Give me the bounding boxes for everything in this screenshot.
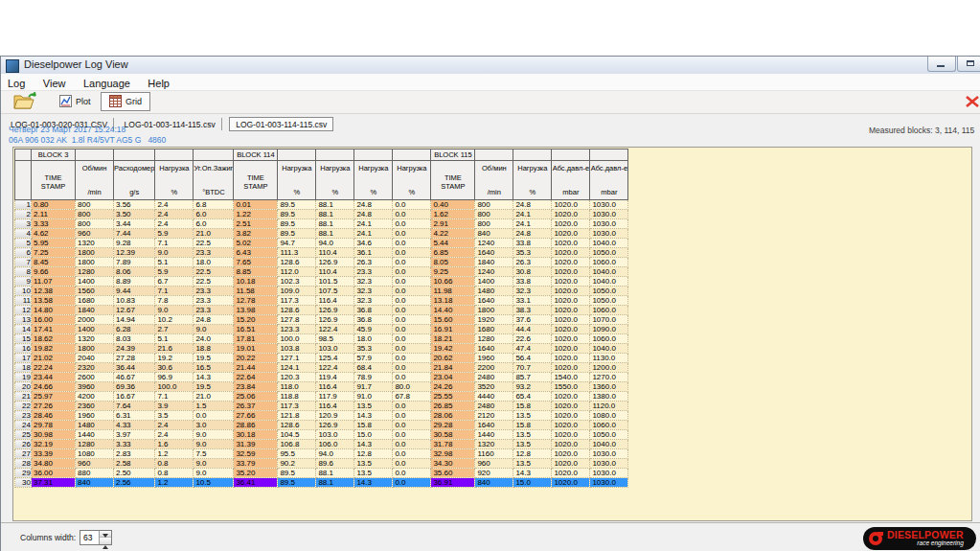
data-cell[interactable]: 1840 <box>76 306 114 315</box>
data-cell[interactable]: 89.5 <box>278 469 316 478</box>
data-cell[interactable]: 33.79 <box>234 459 278 469</box>
data-cell[interactable]: 128.6 <box>278 306 316 315</box>
data-cell[interactable]: 2.4 <box>155 200 194 210</box>
data-cell[interactable]: 800 <box>76 200 114 210</box>
data-cell[interactable]: 2000 <box>76 315 114 325</box>
data-cell[interactable]: 94.0 <box>316 449 354 459</box>
data-cell[interactable]: 15.60 <box>431 315 475 325</box>
data-cell[interactable]: 30.18 <box>234 430 278 440</box>
data-cell[interactable]: 0.8 <box>155 469 194 478</box>
data-cell[interactable]: 1020.0 <box>552 210 590 219</box>
data-cell[interactable]: 89.5 <box>278 478 316 488</box>
data-cell[interactable]: 0.40 <box>431 200 475 210</box>
data-cell[interactable]: 34.6 <box>354 239 393 248</box>
data-cell[interactable]: 14.94 <box>114 315 155 325</box>
data-cell[interactable]: 1160 <box>475 449 513 459</box>
data-cell[interactable]: 1540.0 <box>552 373 590 382</box>
data-cell[interactable]: 88.1 <box>316 229 354 239</box>
title-bar[interactable]: Dieselpower Log View <box>1 57 980 75</box>
row-number-cell[interactable]: 4 <box>15 229 32 239</box>
data-cell[interactable]: 1070.0 <box>590 315 628 325</box>
data-cell[interactable]: 32.59 <box>234 449 278 459</box>
data-cell[interactable]: 9.0 <box>194 459 234 469</box>
row-number-cell[interactable]: 5 <box>15 239 32 248</box>
data-cell[interactable]: 23.3 <box>194 296 234 306</box>
data-cell[interactable]: 89.5 <box>278 229 316 239</box>
menu-item-view[interactable]: View <box>36 77 73 89</box>
data-cell[interactable]: 1960 <box>76 411 114 421</box>
data-cell[interactable]: 33.1 <box>513 296 552 306</box>
data-cell[interactable]: 2600 <box>76 373 114 382</box>
data-cell[interactable]: 3.82 <box>234 229 278 239</box>
data-cell[interactable]: 14.3 <box>354 478 393 488</box>
data-cell[interactable]: 1090.0 <box>590 325 628 334</box>
data-cell[interactable]: 7.1 <box>155 287 194 296</box>
data-cell[interactable]: 1020.0 <box>552 315 590 325</box>
data-cell[interactable]: 16.5 <box>194 363 234 373</box>
data-cell[interactable]: 24.8 <box>354 200 393 210</box>
row-number-cell[interactable]: 21 <box>15 392 32 402</box>
data-cell[interactable]: 120.9 <box>316 411 354 421</box>
data-cell[interactable]: 70.7 <box>513 363 552 373</box>
data-cell[interactable]: 28.46 <box>32 411 76 421</box>
data-cell[interactable]: 1020.0 <box>552 248 590 258</box>
data-cell[interactable]: 26.3 <box>354 258 393 267</box>
data-cell[interactable]: 1050.0 <box>590 296 628 306</box>
data-cell[interactable]: 11.07 <box>32 277 76 287</box>
data-cell[interactable]: 0.01 <box>234 200 278 210</box>
data-cell[interactable]: 69.36 <box>114 382 155 392</box>
data-cell[interactable]: 5.95 <box>32 239 76 248</box>
data-cell[interactable]: 1040.0 <box>590 277 628 287</box>
data-cell[interactable]: 127.1 <box>278 354 316 363</box>
data-cell[interactable]: 15.8 <box>513 402 552 411</box>
data-cell[interactable]: 24.8 <box>194 315 234 325</box>
data-cell[interactable]: 88.1 <box>316 219 354 229</box>
data-cell[interactable]: 1380.0 <box>590 392 628 402</box>
data-cell[interactable]: 106.0 <box>316 440 354 449</box>
data-cell[interactable]: 18.62 <box>32 334 76 344</box>
data-cell[interactable]: 80.0 <box>393 382 431 392</box>
data-cell[interactable]: 960 <box>76 229 114 239</box>
data-cell[interactable]: 21.0 <box>194 229 234 239</box>
data-cell[interactable]: 34.80 <box>32 459 76 469</box>
data-cell[interactable]: 1020.0 <box>552 277 590 287</box>
data-cell[interactable]: 12.8 <box>513 449 552 459</box>
data-cell[interactable]: 1560 <box>76 287 114 296</box>
data-cell[interactable]: 1020.0 <box>552 440 590 449</box>
data-cell[interactable]: 46.67 <box>114 373 155 382</box>
data-cell[interactable]: 8.85 <box>234 267 278 277</box>
row-number-cell[interactable]: 17 <box>15 354 32 363</box>
data-cell[interactable]: 1.2 <box>155 449 194 459</box>
row-number-cell[interactable]: 15 <box>15 334 32 344</box>
data-cell[interactable]: 26.37 <box>234 402 278 411</box>
row-number-cell[interactable]: 9 <box>15 277 32 287</box>
data-cell[interactable]: 1800 <box>76 248 114 258</box>
data-cell[interactable]: 7.25 <box>32 248 76 258</box>
row-number-cell[interactable]: 19 <box>15 373 32 382</box>
data-cell[interactable]: 24.39 <box>114 344 155 354</box>
data-cell[interactable]: 78.9 <box>354 373 393 382</box>
data-cell[interactable]: 13.18 <box>431 296 475 306</box>
data-cell[interactable]: 1800 <box>475 306 513 315</box>
data-cell[interactable]: 10.2 <box>155 315 194 325</box>
data-cell[interactable]: 110.4 <box>316 248 354 258</box>
data-cell[interactable]: 20.62 <box>431 354 475 363</box>
data-cell[interactable]: 800 <box>475 219 513 229</box>
data-cell[interactable]: 840 <box>475 478 513 488</box>
data-cell[interactable]: 0.0 <box>393 373 431 382</box>
data-cell[interactable]: 109.0 <box>278 287 316 296</box>
data-cell[interactable]: 13.5 <box>513 411 552 421</box>
data-cell[interactable]: 21.84 <box>431 363 475 373</box>
row-number-cell[interactable]: 26 <box>15 440 32 449</box>
data-cell[interactable]: 128.6 <box>278 258 316 267</box>
data-cell[interactable]: 1050.0 <box>590 287 628 296</box>
data-cell[interactable]: 0.0 <box>393 440 431 449</box>
row-number-cell[interactable]: 24 <box>15 421 32 430</box>
data-cell[interactable]: 1050.0 <box>590 430 628 440</box>
data-cell[interactable]: 1020.0 <box>552 296 590 306</box>
data-cell[interactable]: 1080 <box>76 449 114 459</box>
data-cell[interactable]: 0.0 <box>393 219 431 229</box>
data-cell[interactable]: 2360 <box>76 402 114 411</box>
data-cell[interactable]: 9.44 <box>114 287 155 296</box>
data-cell[interactable]: 2.51 <box>234 219 278 229</box>
